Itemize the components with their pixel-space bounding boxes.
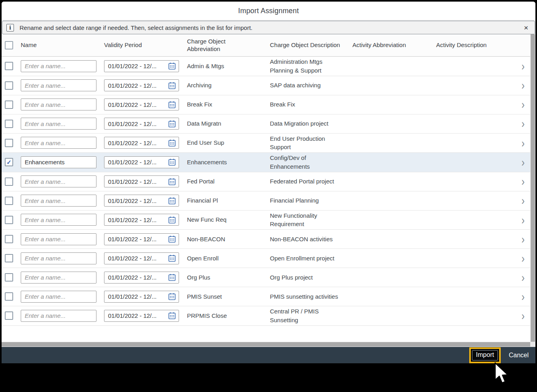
assignment-name-input[interactable] xyxy=(21,272,96,284)
table-row: 01/01/2022 - 12/... Admin & Mtgs Adminis… xyxy=(2,57,530,76)
cancel-button[interactable]: Cancel xyxy=(506,350,531,360)
charge-object-description: Financial Planning xyxy=(268,195,351,206)
calendar-icon[interactable] xyxy=(168,82,176,89)
calendar-icon[interactable] xyxy=(168,120,176,128)
table-row: 01/01/2022 - 12/... Open Enroll Open Enr… xyxy=(2,249,530,268)
validity-period-input[interactable]: 01/01/2022 - 12/... xyxy=(104,156,179,168)
assignment-name-input[interactable] xyxy=(21,118,96,130)
validity-period-input[interactable]: 01/01/2022 - 12/... xyxy=(104,233,179,245)
activity-abbreviation xyxy=(351,162,435,163)
calendar-icon[interactable] xyxy=(168,216,176,224)
assignment-name-input[interactable] xyxy=(21,98,96,110)
row-chevron-icon[interactable]: › xyxy=(521,254,525,263)
row-checkbox[interactable] xyxy=(5,62,13,70)
horizontal-scrollbar-thumb[interactable] xyxy=(2,342,530,347)
row-checkbox[interactable] xyxy=(5,81,13,90)
row-chevron-icon[interactable]: › xyxy=(521,292,525,301)
charge-object-abbreviation: Data Migratn xyxy=(185,118,268,129)
activity-abbreviation xyxy=(351,258,435,259)
row-chevron-icon[interactable]: › xyxy=(521,234,525,244)
activity-abbreviation xyxy=(351,142,435,144)
select-all-checkbox[interactable] xyxy=(5,41,13,49)
row-chevron-icon[interactable]: › xyxy=(521,61,525,71)
assignment-name-input[interactable] xyxy=(21,252,96,264)
validity-period-input[interactable]: 01/01/2022 - 12/... xyxy=(104,214,179,226)
activity-description xyxy=(435,162,516,163)
calendar-icon[interactable] xyxy=(168,235,176,243)
scrollbar-corner xyxy=(530,342,535,347)
row-chevron-icon[interactable]: › xyxy=(521,81,525,90)
row-chevron-icon[interactable]: › xyxy=(521,273,525,282)
validity-period-input[interactable]: 01/01/2022 - 12/... xyxy=(104,310,179,322)
validity-period-input[interactable]: 01/01/2022 - 12/... xyxy=(104,291,179,303)
activity-abbreviation xyxy=(351,181,435,182)
validity-period-input[interactable]: 01/01/2022 - 12/... xyxy=(104,60,179,72)
validity-period-input[interactable]: 01/01/2022 - 12/... xyxy=(104,175,179,187)
assignment-name-input[interactable] xyxy=(21,156,96,168)
activity-abbreviation xyxy=(351,123,435,124)
calendar-icon[interactable] xyxy=(168,274,176,281)
row-chevron-icon[interactable]: › xyxy=(521,215,525,225)
assignment-name-input[interactable] xyxy=(21,310,96,322)
table-body: 01/01/2022 - 12/... Admin & Mtgs Adminis… xyxy=(2,57,530,326)
validity-period-input[interactable]: 01/01/2022 - 12/... xyxy=(104,98,179,110)
calendar-icon[interactable] xyxy=(168,158,176,166)
calendar-icon[interactable] xyxy=(168,178,176,185)
validity-period-input[interactable]: 01/01/2022 - 12/... xyxy=(104,272,179,284)
calendar-icon[interactable] xyxy=(168,62,176,70)
validity-period-input[interactable]: 01/01/2022 - 12/... xyxy=(104,195,179,207)
row-checkbox[interactable] xyxy=(5,100,13,109)
row-chevron-icon[interactable]: › xyxy=(521,158,525,167)
activity-description xyxy=(435,85,516,86)
calendar-icon[interactable] xyxy=(168,197,176,205)
row-chevron-icon[interactable]: › xyxy=(521,119,525,128)
row-checkbox[interactable] xyxy=(5,292,13,301)
dialog-title: Import Assignment xyxy=(238,7,299,15)
row-checkbox[interactable] xyxy=(5,311,13,320)
row-checkbox[interactable] xyxy=(5,254,13,262)
calendar-icon[interactable] xyxy=(168,139,176,147)
validity-period-input[interactable]: 01/01/2022 - 12/... xyxy=(104,79,179,91)
assignment-name-input[interactable] xyxy=(21,79,96,91)
import-button[interactable]: Import xyxy=(472,350,498,360)
calendar-icon[interactable] xyxy=(168,293,176,300)
assignment-name-input[interactable] xyxy=(21,60,96,72)
assignment-name-input[interactable] xyxy=(21,214,96,226)
row-checkbox[interactable] xyxy=(5,139,13,147)
validity-period-input[interactable]: 01/01/2022 - 12/... xyxy=(104,252,179,264)
charge-object-abbreviation: Archiving xyxy=(185,80,268,91)
row-checkbox[interactable] xyxy=(5,197,13,205)
row-chevron-icon[interactable]: › xyxy=(521,177,525,186)
charge-object-description: New Functionality Requirement xyxy=(268,211,351,230)
validity-period-input[interactable]: 01/01/2022 - 12/... xyxy=(104,118,179,130)
charge-object-description: Data Migration project xyxy=(268,118,351,129)
calendar-icon[interactable] xyxy=(168,101,176,108)
row-checkbox[interactable] xyxy=(5,177,13,186)
assignment-name-input[interactable] xyxy=(21,291,96,303)
row-chevron-icon[interactable]: › xyxy=(521,138,525,148)
validity-period-input[interactable]: 01/01/2022 - 12/... xyxy=(104,137,179,149)
row-checkbox[interactable]: ✓ xyxy=(5,158,13,166)
vertical-scrollbar-thumb[interactable] xyxy=(531,34,535,342)
row-chevron-icon[interactable]: › xyxy=(521,196,525,205)
row-checkbox[interactable] xyxy=(5,216,13,224)
close-icon[interactable]: × xyxy=(522,23,530,32)
assignment-name-input[interactable] xyxy=(21,137,96,149)
vertical-scrollbar[interactable] xyxy=(530,34,535,342)
row-checkbox[interactable] xyxy=(5,120,13,128)
row-checkbox[interactable] xyxy=(5,235,13,243)
horizontal-scrollbar[interactable] xyxy=(2,342,530,347)
assignment-name-input[interactable] xyxy=(21,233,96,245)
row-chevron-icon[interactable]: › xyxy=(521,311,525,321)
charge-object-description: Config/Dev of Enhancements xyxy=(268,153,351,172)
assignment-name-input[interactable] xyxy=(21,175,96,187)
row-chevron-icon[interactable]: › xyxy=(521,100,525,109)
validity-period-value: 01/01/2022 - 12/... xyxy=(108,255,167,262)
calendar-icon[interactable] xyxy=(168,312,176,319)
activity-abbreviation xyxy=(351,219,435,221)
row-checkbox[interactable] xyxy=(5,273,13,282)
calendar-icon[interactable] xyxy=(168,254,176,262)
activity-description xyxy=(435,200,516,201)
header-name: Name xyxy=(19,40,102,51)
assignment-name-input[interactable] xyxy=(21,195,96,207)
